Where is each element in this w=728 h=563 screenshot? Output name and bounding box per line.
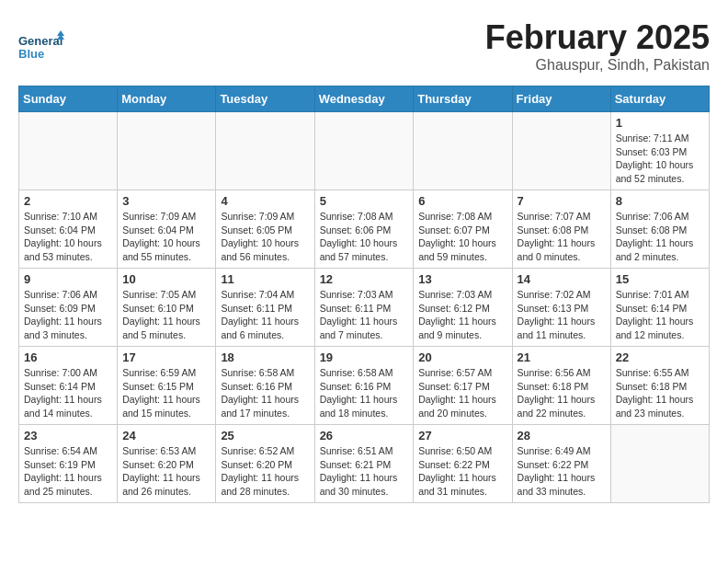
day-number: 12 bbox=[320, 272, 409, 286]
calendar-cell: 16Sunrise: 7:00 AM Sunset: 6:14 PM Dayli… bbox=[19, 347, 118, 425]
day-info: Sunrise: 6:50 AM Sunset: 6:22 PM Dayligh… bbox=[418, 444, 506, 499]
day-number: 24 bbox=[122, 429, 210, 442]
calendar-cell: 15Sunrise: 7:01 AM Sunset: 6:14 PM Dayli… bbox=[610, 269, 709, 347]
calendar-cell: 5Sunrise: 7:08 AM Sunset: 6:06 PM Daylig… bbox=[314, 190, 414, 269]
calendar-week-3: 9Sunrise: 7:06 AM Sunset: 6:09 PM Daylig… bbox=[19, 269, 710, 347]
day-info: Sunrise: 7:09 AM Sunset: 6:04 PM Dayligh… bbox=[122, 210, 210, 264]
day-number: 5 bbox=[320, 194, 409, 208]
day-info: Sunrise: 7:09 AM Sunset: 6:05 PM Dayligh… bbox=[221, 210, 309, 264]
calendar-cell: 11Sunrise: 7:04 AM Sunset: 6:11 PM Dayli… bbox=[216, 269, 314, 347]
day-info: Sunrise: 7:02 AM Sunset: 6:13 PM Dayligh… bbox=[518, 288, 606, 342]
calendar-cell: 3Sunrise: 7:09 AM Sunset: 6:04 PM Daylig… bbox=[118, 190, 216, 269]
calendar-week-1: 1Sunrise: 7:11 AM Sunset: 6:03 PM Daylig… bbox=[19, 112, 710, 190]
calendar-header-tuesday: Tuesday bbox=[216, 86, 314, 112]
day-number: 1 bbox=[616, 116, 704, 130]
calendar-header-friday: Friday bbox=[512, 86, 610, 112]
day-info: Sunrise: 7:08 AM Sunset: 6:06 PM Dayligh… bbox=[320, 210, 409, 264]
day-number: 7 bbox=[518, 194, 606, 208]
calendar-cell: 28Sunrise: 6:49 AM Sunset: 6:22 PM Dayli… bbox=[512, 425, 610, 503]
calendar-cell bbox=[19, 112, 118, 190]
day-info: Sunrise: 6:51 AM Sunset: 6:21 PM Dayligh… bbox=[320, 444, 409, 499]
calendar-cell: 17Sunrise: 6:59 AM Sunset: 6:15 PM Dayli… bbox=[118, 347, 216, 425]
calendar-header-thursday: Thursday bbox=[414, 86, 512, 112]
svg-text:General: General bbox=[18, 34, 63, 48]
month-title: February 2025 bbox=[485, 18, 710, 57]
calendar-cell bbox=[610, 425, 709, 503]
calendar-cell bbox=[314, 112, 414, 190]
calendar-header-saturday: Saturday bbox=[610, 86, 709, 112]
day-number: 20 bbox=[418, 350, 506, 364]
day-number: 23 bbox=[24, 429, 112, 442]
calendar-cell: 22Sunrise: 6:55 AM Sunset: 6:18 PM Dayli… bbox=[610, 347, 709, 425]
calendar-cell: 23Sunrise: 6:54 AM Sunset: 6:19 PM Dayli… bbox=[19, 425, 118, 503]
day-info: Sunrise: 7:08 AM Sunset: 6:07 PM Dayligh… bbox=[418, 210, 506, 264]
calendar-cell bbox=[216, 112, 314, 190]
calendar-cell: 18Sunrise: 6:58 AM Sunset: 6:16 PM Dayli… bbox=[216, 347, 314, 425]
day-number: 10 bbox=[122, 272, 210, 286]
day-info: Sunrise: 7:06 AM Sunset: 6:09 PM Dayligh… bbox=[24, 288, 112, 342]
day-number: 16 bbox=[24, 350, 112, 364]
calendar-cell: 25Sunrise: 6:52 AM Sunset: 6:20 PM Dayli… bbox=[216, 425, 314, 503]
day-number: 17 bbox=[122, 350, 210, 364]
calendar-cell: 10Sunrise: 7:05 AM Sunset: 6:10 PM Dayli… bbox=[118, 269, 216, 347]
day-info: Sunrise: 7:03 AM Sunset: 6:11 PM Dayligh… bbox=[320, 288, 409, 342]
calendar-cell: 14Sunrise: 7:02 AM Sunset: 6:13 PM Dayli… bbox=[512, 269, 610, 347]
calendar-cell: 7Sunrise: 7:07 AM Sunset: 6:08 PM Daylig… bbox=[512, 190, 610, 269]
day-info: Sunrise: 6:59 AM Sunset: 6:15 PM Dayligh… bbox=[122, 366, 210, 420]
calendar-cell bbox=[512, 112, 610, 190]
day-info: Sunrise: 7:06 AM Sunset: 6:08 PM Dayligh… bbox=[616, 210, 704, 264]
day-info: Sunrise: 7:10 AM Sunset: 6:04 PM Dayligh… bbox=[24, 210, 112, 264]
day-info: Sunrise: 6:58 AM Sunset: 6:16 PM Dayligh… bbox=[221, 366, 309, 420]
day-number: 6 bbox=[418, 194, 506, 208]
day-info: Sunrise: 7:03 AM Sunset: 6:12 PM Dayligh… bbox=[418, 288, 506, 342]
calendar-cell: 2Sunrise: 7:10 AM Sunset: 6:04 PM Daylig… bbox=[19, 190, 118, 269]
day-number: 21 bbox=[518, 350, 606, 364]
calendar-cell: 20Sunrise: 6:57 AM Sunset: 6:17 PM Dayli… bbox=[414, 347, 512, 425]
day-number: 9 bbox=[24, 272, 112, 286]
day-number: 3 bbox=[122, 194, 210, 208]
calendar-cell: 13Sunrise: 7:03 AM Sunset: 6:12 PM Dayli… bbox=[414, 269, 512, 347]
day-info: Sunrise: 6:52 AM Sunset: 6:20 PM Dayligh… bbox=[221, 444, 309, 499]
day-number: 8 bbox=[616, 194, 704, 208]
calendar-header-monday: Monday bbox=[118, 86, 216, 112]
day-info: Sunrise: 7:01 AM Sunset: 6:14 PM Dayligh… bbox=[616, 288, 704, 342]
calendar-header-sunday: Sunday bbox=[19, 86, 118, 112]
day-number: 25 bbox=[221, 429, 309, 442]
day-info: Sunrise: 7:00 AM Sunset: 6:14 PM Dayligh… bbox=[24, 366, 112, 420]
day-number: 15 bbox=[616, 272, 704, 286]
day-info: Sunrise: 6:58 AM Sunset: 6:16 PM Dayligh… bbox=[320, 366, 409, 420]
calendar-week-2: 2Sunrise: 7:10 AM Sunset: 6:04 PM Daylig… bbox=[19, 190, 710, 269]
calendar-cell: 21Sunrise: 6:56 AM Sunset: 6:18 PM Dayli… bbox=[512, 347, 610, 425]
logo: General Blue bbox=[18, 29, 64, 69]
day-info: Sunrise: 6:57 AM Sunset: 6:17 PM Dayligh… bbox=[418, 366, 506, 420]
location-subtitle: Ghauspur, Sindh, Pakistan bbox=[485, 57, 710, 74]
day-info: Sunrise: 6:53 AM Sunset: 6:20 PM Dayligh… bbox=[122, 444, 210, 499]
calendar-cell bbox=[414, 112, 512, 190]
day-number: 19 bbox=[320, 350, 409, 364]
day-number: 27 bbox=[418, 429, 506, 442]
calendar-week-4: 16Sunrise: 7:00 AM Sunset: 6:14 PM Dayli… bbox=[19, 347, 710, 425]
calendar-cell: 8Sunrise: 7:06 AM Sunset: 6:08 PM Daylig… bbox=[610, 190, 709, 269]
calendar-header-wednesday: Wednesday bbox=[314, 86, 414, 112]
calendar-week-5: 23Sunrise: 6:54 AM Sunset: 6:19 PM Dayli… bbox=[19, 425, 710, 503]
calendar-cell: 12Sunrise: 7:03 AM Sunset: 6:11 PM Dayli… bbox=[314, 269, 414, 347]
day-info: Sunrise: 7:05 AM Sunset: 6:10 PM Dayligh… bbox=[122, 288, 210, 342]
svg-text:Blue: Blue bbox=[18, 47, 44, 61]
calendar-cell bbox=[118, 112, 216, 190]
day-info: Sunrise: 6:49 AM Sunset: 6:22 PM Dayligh… bbox=[518, 444, 606, 499]
calendar-cell: 6Sunrise: 7:08 AM Sunset: 6:07 PM Daylig… bbox=[414, 190, 512, 269]
day-info: Sunrise: 7:04 AM Sunset: 6:11 PM Dayligh… bbox=[221, 288, 309, 342]
day-number: 18 bbox=[221, 350, 309, 364]
calendar-cell: 24Sunrise: 6:53 AM Sunset: 6:20 PM Dayli… bbox=[118, 425, 216, 503]
day-number: 13 bbox=[418, 272, 506, 286]
calendar-cell: 19Sunrise: 6:58 AM Sunset: 6:16 PM Dayli… bbox=[314, 347, 414, 425]
day-number: 28 bbox=[518, 429, 606, 442]
calendar-cell: 27Sunrise: 6:50 AM Sunset: 6:22 PM Dayli… bbox=[414, 425, 512, 503]
day-number: 14 bbox=[518, 272, 606, 286]
day-info: Sunrise: 6:56 AM Sunset: 6:18 PM Dayligh… bbox=[518, 366, 606, 420]
day-number: 11 bbox=[221, 272, 309, 286]
day-number: 26 bbox=[320, 429, 409, 442]
calendar-cell: 1Sunrise: 7:11 AM Sunset: 6:03 PM Daylig… bbox=[610, 112, 709, 190]
day-info: Sunrise: 6:55 AM Sunset: 6:18 PM Dayligh… bbox=[616, 366, 704, 420]
day-info: Sunrise: 7:11 AM Sunset: 6:03 PM Dayligh… bbox=[616, 132, 704, 186]
